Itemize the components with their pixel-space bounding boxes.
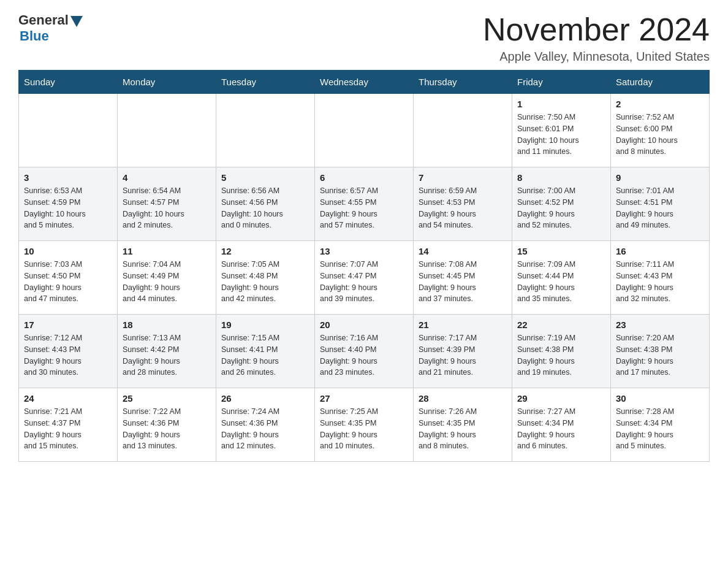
calendar-cell: 1Sunrise: 7:50 AM Sunset: 6:01 PM Daylig… (512, 94, 611, 167)
weekday-header-thursday: Thursday (414, 71, 512, 94)
day-sun-info: Sunrise: 7:15 AM Sunset: 4:41 PM Dayligh… (221, 332, 309, 378)
day-number: 21 (419, 320, 507, 330)
day-number: 9 (616, 172, 704, 183)
day-sun-info: Sunrise: 7:20 AM Sunset: 4:38 PM Dayligh… (616, 332, 704, 378)
calendar-cell: 28Sunrise: 7:26 AM Sunset: 4:35 PM Dayli… (414, 388, 512, 462)
month-title: November 2024 (483, 12, 710, 47)
day-number: 22 (517, 320, 605, 330)
calendar-cell: 27Sunrise: 7:25 AM Sunset: 4:35 PM Dayli… (315, 388, 414, 462)
calendar-cell: 14Sunrise: 7:08 AM Sunset: 4:45 PM Dayli… (414, 241, 512, 315)
logo-general-text: General (18, 12, 69, 28)
day-number: 18 (123, 320, 211, 330)
day-number: 23 (616, 320, 704, 330)
calendar-cell: 18Sunrise: 7:13 AM Sunset: 4:42 PM Dayli… (118, 315, 216, 388)
day-number: 10 (24, 246, 112, 256)
day-sun-info: Sunrise: 7:00 AM Sunset: 4:52 PM Dayligh… (517, 185, 605, 231)
weekday-header-tuesday: Tuesday (216, 71, 315, 94)
day-number: 1 (517, 99, 605, 109)
day-sun-info: Sunrise: 7:16 AM Sunset: 4:40 PM Dayligh… (320, 332, 408, 378)
calendar-table: SundayMondayTuesdayWednesdayThursdayFrid… (18, 70, 710, 462)
calendar-cell: 26Sunrise: 7:24 AM Sunset: 4:36 PM Dayli… (216, 388, 315, 462)
weekday-header-monday: Monday (118, 71, 216, 94)
week-row-2: 3Sunrise: 6:53 AM Sunset: 4:59 PM Daylig… (19, 167, 710, 241)
day-sun-info: Sunrise: 7:08 AM Sunset: 4:45 PM Dayligh… (419, 259, 507, 305)
calendar-cell: 15Sunrise: 7:09 AM Sunset: 4:44 PM Dayli… (512, 241, 611, 315)
calendar-cell (216, 94, 315, 167)
day-sun-info: Sunrise: 7:09 AM Sunset: 4:44 PM Dayligh… (517, 259, 605, 305)
logo: General Blue (18, 12, 83, 44)
weekday-header-saturday: Saturday (611, 71, 710, 94)
weekday-header-wednesday: Wednesday (315, 71, 414, 94)
week-row-3: 10Sunrise: 7:03 AM Sunset: 4:50 PM Dayli… (19, 241, 710, 315)
day-number: 26 (221, 393, 309, 404)
day-number: 5 (221, 172, 309, 183)
logo-arrow-icon (70, 16, 83, 27)
weekday-header-row: SundayMondayTuesdayWednesdayThursdayFrid… (19, 71, 710, 94)
day-number: 24 (24, 393, 112, 404)
day-sun-info: Sunrise: 7:50 AM Sunset: 6:01 PM Dayligh… (517, 112, 605, 158)
calendar-cell: 19Sunrise: 7:15 AM Sunset: 4:41 PM Dayli… (216, 315, 315, 388)
day-number: 12 (221, 246, 309, 256)
day-number: 28 (419, 393, 507, 404)
day-sun-info: Sunrise: 7:22 AM Sunset: 4:36 PM Dayligh… (123, 406, 211, 452)
week-row-1: 1Sunrise: 7:50 AM Sunset: 6:01 PM Daylig… (19, 94, 710, 167)
day-number: 4 (123, 172, 211, 183)
day-sun-info: Sunrise: 7:27 AM Sunset: 4:34 PM Dayligh… (517, 406, 605, 452)
day-number: 14 (419, 246, 507, 256)
day-sun-info: Sunrise: 7:19 AM Sunset: 4:38 PM Dayligh… (517, 332, 605, 378)
week-row-5: 24Sunrise: 7:21 AM Sunset: 4:37 PM Dayli… (19, 388, 710, 462)
day-sun-info: Sunrise: 7:11 AM Sunset: 4:43 PM Dayligh… (616, 259, 704, 305)
week-row-4: 17Sunrise: 7:12 AM Sunset: 4:43 PM Dayli… (19, 315, 710, 388)
calendar-cell: 21Sunrise: 7:17 AM Sunset: 4:39 PM Dayli… (414, 315, 512, 388)
calendar-cell: 11Sunrise: 7:04 AM Sunset: 4:49 PM Dayli… (118, 241, 216, 315)
calendar-cell: 17Sunrise: 7:12 AM Sunset: 4:43 PM Dayli… (19, 315, 118, 388)
day-number: 11 (123, 246, 211, 256)
day-number: 20 (320, 320, 408, 330)
day-sun-info: Sunrise: 6:56 AM Sunset: 4:56 PM Dayligh… (221, 185, 309, 231)
calendar-cell: 30Sunrise: 7:28 AM Sunset: 4:34 PM Dayli… (611, 388, 710, 462)
day-sun-info: Sunrise: 6:59 AM Sunset: 4:53 PM Dayligh… (419, 185, 507, 231)
calendar-cell: 23Sunrise: 7:20 AM Sunset: 4:38 PM Dayli… (611, 315, 710, 388)
day-sun-info: Sunrise: 7:13 AM Sunset: 4:42 PM Dayligh… (123, 332, 211, 378)
calendar-cell (19, 94, 118, 167)
calendar-cell (414, 94, 512, 167)
day-sun-info: Sunrise: 7:07 AM Sunset: 4:47 PM Dayligh… (320, 259, 408, 305)
day-sun-info: Sunrise: 7:04 AM Sunset: 4:49 PM Dayligh… (123, 259, 211, 305)
day-sun-info: Sunrise: 7:03 AM Sunset: 4:50 PM Dayligh… (24, 259, 112, 305)
day-sun-info: Sunrise: 7:25 AM Sunset: 4:35 PM Dayligh… (320, 406, 408, 452)
day-number: 13 (320, 246, 408, 256)
calendar-cell: 16Sunrise: 7:11 AM Sunset: 4:43 PM Dayli… (611, 241, 710, 315)
calendar-cell: 29Sunrise: 7:27 AM Sunset: 4:34 PM Dayli… (512, 388, 611, 462)
day-number: 8 (517, 172, 605, 183)
calendar-cell: 5Sunrise: 6:56 AM Sunset: 4:56 PM Daylig… (216, 167, 315, 241)
calendar-cell: 24Sunrise: 7:21 AM Sunset: 4:37 PM Dayli… (19, 388, 118, 462)
calendar-cell: 13Sunrise: 7:07 AM Sunset: 4:47 PM Dayli… (315, 241, 414, 315)
day-number: 15 (517, 246, 605, 256)
calendar-cell: 22Sunrise: 7:19 AM Sunset: 4:38 PM Dayli… (512, 315, 611, 388)
day-number: 27 (320, 393, 408, 404)
day-sun-info: Sunrise: 6:57 AM Sunset: 4:55 PM Dayligh… (320, 185, 408, 231)
day-sun-info: Sunrise: 7:21 AM Sunset: 4:37 PM Dayligh… (24, 406, 112, 452)
day-sun-info: Sunrise: 7:12 AM Sunset: 4:43 PM Dayligh… (24, 332, 112, 378)
day-number: 30 (616, 393, 704, 404)
page-header: General Blue November 2024 Apple Valley,… (18, 12, 710, 64)
day-number: 16 (616, 246, 704, 256)
logo-blue-text: Blue (20, 28, 49, 44)
day-sun-info: Sunrise: 7:17 AM Sunset: 4:39 PM Dayligh… (419, 332, 507, 378)
calendar-cell: 4Sunrise: 6:54 AM Sunset: 4:57 PM Daylig… (118, 167, 216, 241)
calendar-cell: 10Sunrise: 7:03 AM Sunset: 4:50 PM Dayli… (19, 241, 118, 315)
weekday-header-friday: Friday (512, 71, 611, 94)
calendar-cell: 20Sunrise: 7:16 AM Sunset: 4:40 PM Dayli… (315, 315, 414, 388)
day-sun-info: Sunrise: 6:54 AM Sunset: 4:57 PM Dayligh… (123, 185, 211, 231)
calendar-cell: 25Sunrise: 7:22 AM Sunset: 4:36 PM Dayli… (118, 388, 216, 462)
day-number: 3 (24, 172, 112, 183)
day-sun-info: Sunrise: 6:53 AM Sunset: 4:59 PM Dayligh… (24, 185, 112, 231)
day-number: 29 (517, 393, 605, 404)
day-number: 2 (616, 99, 704, 109)
day-number: 25 (123, 393, 211, 404)
calendar-cell: 2Sunrise: 7:52 AM Sunset: 6:00 PM Daylig… (611, 94, 710, 167)
calendar-cell (315, 94, 414, 167)
calendar-cell: 8Sunrise: 7:00 AM Sunset: 4:52 PM Daylig… (512, 167, 611, 241)
calendar-cell: 12Sunrise: 7:05 AM Sunset: 4:48 PM Dayli… (216, 241, 315, 315)
title-area: November 2024 Apple Valley, Minnesota, U… (483, 12, 710, 64)
